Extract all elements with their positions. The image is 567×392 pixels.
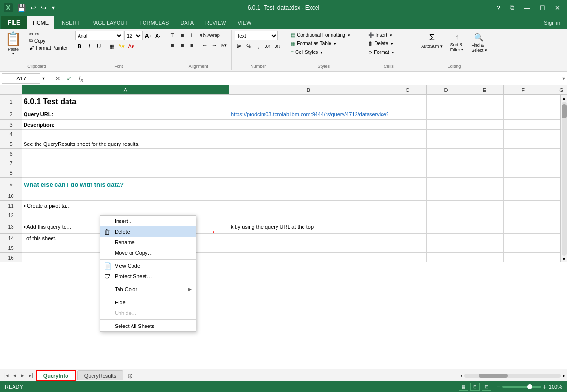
- cell-b6[interactable]: [229, 149, 388, 158]
- cell-b4[interactable]: [229, 130, 388, 139]
- add-sheet-button[interactable]: ⊕: [124, 371, 136, 380]
- row-num-8[interactable]: 8: [0, 168, 22, 178]
- cell-g9[interactable]: [542, 178, 560, 191]
- cell-e1[interactable]: [465, 95, 504, 108]
- tab-nav-last[interactable]: ▸|: [26, 371, 36, 379]
- cell-f4[interactable]: [504, 130, 542, 139]
- cell-name-dropdown[interactable]: ▾: [42, 76, 45, 81]
- cell-d9[interactable]: [427, 178, 465, 191]
- sheet-tab-queryinfo[interactable]: QueryInfo: [36, 370, 76, 381]
- tab-nav-next[interactable]: ▸: [19, 371, 26, 379]
- font-size-select[interactable]: 12: [124, 31, 143, 40]
- conditional-formatting-dropdown[interactable]: ▾: [348, 33, 350, 38]
- col-header-f[interactable]: F: [504, 85, 542, 94]
- cell-c6[interactable]: [388, 149, 427, 158]
- cell-e5[interactable]: [465, 139, 504, 148]
- cell-b1[interactable]: [229, 95, 388, 108]
- cell-styles-button[interactable]: ≡ Cell Styles ▾: [288, 48, 326, 56]
- comma-button[interactable]: ,: [254, 42, 263, 51]
- find-select-button[interactable]: 🔍 Find &Select ▾: [468, 31, 490, 54]
- cell-a5[interactable]: See the QueryResults sheet for the query…: [22, 139, 229, 148]
- cell-d7[interactable]: [427, 158, 465, 168]
- align-left-button[interactable]: ≡: [168, 41, 177, 50]
- redo-button[interactable]: ↪: [39, 3, 49, 13]
- format-cells-dropdown[interactable]: ▾: [392, 50, 394, 55]
- cell-d13[interactable]: [427, 220, 465, 234]
- cell-g16[interactable]: [542, 253, 560, 262]
- cell-g10[interactable]: [542, 191, 560, 200]
- ctx-unhide[interactable]: Unhide…: [100, 308, 196, 318]
- shrink-font-button[interactable]: A-: [153, 31, 162, 40]
- cell-f11[interactable]: [504, 201, 542, 210]
- cell-f13[interactable]: [504, 220, 542, 234]
- sort-filter-button[interactable]: ↕ Sort &Filter ▾: [448, 31, 467, 54]
- tab-review[interactable]: REVIEW: [199, 16, 232, 29]
- formula-confirm-button[interactable]: ✓: [65, 74, 74, 83]
- cell-f6[interactable]: [504, 149, 542, 158]
- italic-button[interactable]: I: [85, 42, 93, 51]
- cell-f3[interactable]: [504, 120, 542, 129]
- cell-e13[interactable]: [465, 220, 504, 234]
- cell-g14[interactable]: [542, 234, 560, 243]
- row-num-9[interactable]: 9: [0, 178, 22, 191]
- cell-c15[interactable]: [388, 243, 427, 252]
- close-button[interactable]: ✕: [552, 3, 563, 13]
- delete-cells-dropdown[interactable]: ▾: [391, 41, 393, 46]
- row-num-12[interactable]: 12: [0, 210, 22, 220]
- cell-f16[interactable]: [504, 253, 542, 262]
- cell-a7[interactable]: [22, 158, 229, 168]
- cell-d5[interactable]: [427, 139, 465, 148]
- zoom-slider[interactable]: [502, 386, 541, 388]
- ctx-rename[interactable]: Rename: [100, 237, 196, 248]
- cell-e3[interactable]: [465, 120, 504, 129]
- cell-b5[interactable]: [229, 139, 388, 148]
- accounting-format-button[interactable]: $▾: [235, 42, 243, 51]
- cell-a10[interactable]: [22, 191, 229, 200]
- cell-reference-box[interactable]: A17: [2, 73, 40, 84]
- hscroll-right[interactable]: ▸: [563, 373, 565, 378]
- cell-c14[interactable]: [388, 234, 427, 243]
- cell-d6[interactable]: [427, 149, 465, 158]
- cell-g3[interactable]: [542, 120, 560, 129]
- cell-e4[interactable]: [465, 130, 504, 139]
- cell-e2[interactable]: [465, 108, 504, 119]
- cell-a11[interactable]: • Create a pivot ta…: [22, 201, 229, 210]
- cell-d1[interactable]: [427, 95, 465, 108]
- cell-c11[interactable]: [388, 201, 427, 210]
- cell-a1[interactable]: 6.0.1 Test data: [22, 95, 229, 108]
- row-num-10[interactable]: 10: [0, 191, 22, 201]
- cell-c8[interactable]: [388, 168, 427, 177]
- cell-d12[interactable]: [427, 210, 465, 220]
- ctx-tab-color[interactable]: Tab Color: [100, 284, 196, 295]
- decrease-decimal-button[interactable]: .0↓: [273, 42, 282, 51]
- cell-c9[interactable]: [388, 178, 427, 191]
- cell-b10[interactable]: [229, 191, 388, 200]
- help-button[interactable]: ?: [494, 3, 503, 13]
- col-header-a[interactable]: A: [22, 85, 229, 94]
- ctx-insert[interactable]: Insert…: [100, 216, 196, 226]
- cell-c16[interactable]: [388, 253, 427, 262]
- cell-b11[interactable]: [229, 201, 388, 210]
- cell-g1[interactable]: [542, 95, 560, 108]
- cell-d11[interactable]: [427, 201, 465, 210]
- font-color-button[interactable]: A▾: [127, 42, 135, 51]
- cell-b8[interactable]: [229, 168, 388, 177]
- decrease-indent-button[interactable]: ←: [200, 41, 209, 50]
- cell-g5[interactable]: [542, 139, 560, 148]
- cell-a4[interactable]: [22, 130, 229, 139]
- ctx-select-all-sheets[interactable]: Select All Sheets: [100, 321, 196, 331]
- ctx-protect-sheet[interactable]: 🛡 Protect Sheet…: [100, 271, 196, 282]
- cell-b3[interactable]: [229, 120, 388, 129]
- cell-b14[interactable]: [229, 234, 388, 243]
- row-num-16[interactable]: 16: [0, 253, 22, 262]
- format-as-table-button[interactable]: ▦ Format as Table ▾: [288, 39, 339, 48]
- col-header-c[interactable]: C: [388, 85, 427, 94]
- cell-b7[interactable]: [229, 158, 388, 168]
- tab-page-layout[interactable]: PAGE LAYOUT: [85, 16, 133, 29]
- cell-g8[interactable]: [542, 168, 560, 177]
- cell-b2[interactable]: https://prodclm03.torolab.ibm.com:9444/r…: [229, 108, 388, 119]
- row-num-1[interactable]: 1: [0, 95, 22, 108]
- cell-c13[interactable]: [388, 220, 427, 234]
- hscroll-track[interactable]: [464, 374, 561, 378]
- cell-d10[interactable]: [427, 191, 465, 200]
